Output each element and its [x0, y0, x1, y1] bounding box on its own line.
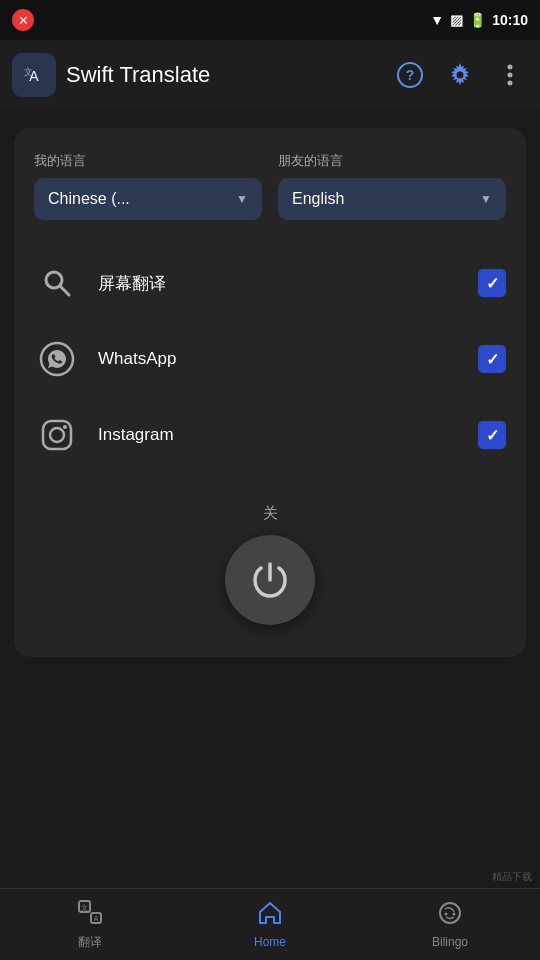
translate-nav-label: 翻译 — [78, 934, 102, 951]
battery-icon: 🔋 — [469, 12, 486, 28]
svg-point-21 — [440, 903, 460, 923]
translate-nav-icon: 文 A — [77, 899, 103, 931]
svg-text:文: 文 — [81, 904, 88, 911]
svg-line-11 — [60, 286, 69, 295]
my-language-group: 我的语言 Chinese (... ▼ — [34, 152, 262, 220]
instagram-icon — [34, 412, 80, 458]
my-language-chevron-icon: ▼ — [236, 192, 248, 206]
power-button[interactable] — [225, 535, 315, 625]
instagram-name: Instagram — [98, 425, 460, 445]
home-nav-label: Home — [254, 935, 286, 949]
svg-point-7 — [508, 65, 513, 70]
svg-point-22 — [445, 913, 448, 916]
svg-point-14 — [50, 428, 64, 442]
my-language-select[interactable]: Chinese (... ▼ — [34, 178, 262, 220]
more-button[interactable] — [492, 57, 528, 93]
checkmark-icon: ✓ — [486, 274, 499, 293]
close-icon[interactable]: ✕ — [12, 9, 34, 31]
checkmark-icon: ✓ — [486, 426, 499, 445]
whatsapp-checkbox[interactable]: ✓ — [478, 345, 506, 373]
app-logo: A 文 — [12, 53, 56, 97]
checkmark-icon: ✓ — [486, 350, 499, 369]
friend-language-group: 朋友的语言 English ▼ — [278, 152, 506, 220]
friend-language-select[interactable]: English ▼ — [278, 178, 506, 220]
wifi-icon: ▼ — [430, 12, 444, 28]
bilingo-nav-icon — [437, 900, 463, 932]
app-list: 屏幕翻译 ✓ WhatsApp ✓ — [34, 250, 506, 468]
friend-language-chevron-icon: ▼ — [480, 192, 492, 206]
svg-point-15 — [63, 425, 67, 429]
app-bar-icons: ? — [392, 57, 528, 93]
screen-translate-checkbox[interactable]: ✓ — [478, 269, 506, 297]
signal-icon: ▨ — [450, 12, 463, 28]
svg-point-8 — [508, 73, 513, 78]
status-bar: ✕ ▼ ▨ 🔋 10:10 — [0, 0, 540, 40]
svg-point-9 — [508, 81, 513, 86]
my-language-label: 我的语言 — [34, 152, 262, 170]
svg-text:?: ? — [406, 67, 415, 83]
list-item: Instagram ✓ — [34, 402, 506, 468]
list-item: WhatsApp ✓ — [34, 326, 506, 392]
list-item: 屏幕翻译 ✓ — [34, 250, 506, 316]
svg-text:文: 文 — [24, 67, 33, 77]
my-language-value: Chinese (... — [48, 190, 236, 208]
whatsapp-icon — [34, 336, 80, 382]
language-row: 我的语言 Chinese (... ▼ 朋友的语言 English ▼ — [34, 152, 506, 220]
nav-item-translate[interactable]: 文 A 翻译 — [0, 889, 180, 960]
whatsapp-name: WhatsApp — [98, 349, 460, 369]
app-title: Swift Translate — [66, 62, 382, 88]
nav-item-bilingo[interactable]: Bilingo — [360, 889, 540, 960]
friend-language-label: 朋友的语言 — [278, 152, 506, 170]
watermark: 精品下载 — [492, 870, 532, 884]
friend-language-value: English — [292, 190, 480, 208]
power-status-label: 关 — [263, 504, 278, 523]
bilingo-nav-label: Bilingo — [432, 935, 468, 949]
settings-button[interactable] — [442, 57, 478, 93]
svg-point-23 — [453, 913, 456, 916]
svg-text:A: A — [94, 915, 99, 922]
help-button[interactable]: ? — [392, 57, 428, 93]
watermark-text: 精品下载 — [492, 870, 532, 884]
svg-rect-13 — [43, 421, 71, 449]
power-section: 关 — [34, 504, 506, 625]
instagram-checkbox[interactable]: ✓ — [478, 421, 506, 449]
app-bar: A 文 Swift Translate ? — [0, 40, 540, 110]
svg-point-6 — [457, 72, 464, 79]
screen-translate-icon — [34, 260, 80, 306]
time-display: 10:10 — [492, 12, 528, 28]
screen-translate-name: 屏幕翻译 — [98, 272, 460, 295]
status-bar-left: ✕ — [12, 9, 34, 31]
nav-item-home[interactable]: Home — [180, 889, 360, 960]
main-card: 我的语言 Chinese (... ▼ 朋友的语言 English ▼ 屏幕 — [14, 128, 526, 657]
bottom-nav: 文 A 翻译 Home Bilingo — [0, 888, 540, 960]
home-nav-icon — [257, 900, 283, 932]
status-bar-right: ▼ ▨ 🔋 10:10 — [430, 12, 528, 28]
